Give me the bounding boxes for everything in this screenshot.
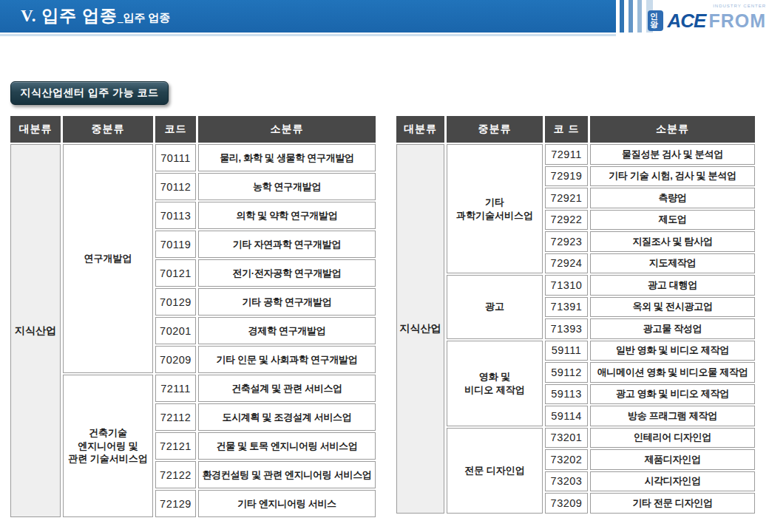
code-table-right: 대분류중분류코 드소분류지식산업기타 과학기술서비스업72911물질성분 검사 … (394, 115, 757, 515)
code-cell: 72129 (155, 490, 196, 517)
code-cell: 70201 (155, 317, 196, 344)
column-header: 중분류 (63, 116, 153, 143)
page-title: V. 입주 업종_입주 업종 (0, 0, 616, 34)
industry-name-cell: 인테리어 디자인업 (590, 428, 755, 449)
column-header: 대분류 (10, 116, 61, 143)
industry-name-cell: 의학 및 약학 연구개발업 (198, 202, 376, 229)
industry-name-cell: 일반 영화 및 비디오 제작업 (590, 341, 755, 361)
industry-name-cell: 기타 전문 디자인업 (590, 493, 755, 514)
mid-category-cell: 영화 및 비디오 제작업 (447, 341, 543, 426)
mid-category-cell: 연구개발업 (63, 144, 153, 373)
column-header: 소분류 (198, 116, 376, 143)
code-cell: 73209 (545, 493, 588, 514)
section-label: 지식산업센터 입주 가능 코드 (10, 81, 169, 105)
code-cell: 59113 (545, 384, 588, 405)
code-cell: 72924 (545, 253, 588, 274)
code-cell: 59111 (545, 341, 588, 361)
table-row: 광고71310광고 대행업 (396, 275, 755, 296)
mid-category-cell: 광고 (447, 275, 543, 339)
industry-name-cell: 물리, 화학 및 생물학 연구개발업 (198, 144, 376, 171)
industry-name-cell: 애니메이션 영화 및 비디오물 제작업 (590, 362, 755, 383)
code-table-left: 대분류중분류코드소분류지식산업연구개발업70111물리, 화학 및 생물학 연구… (8, 115, 378, 519)
page-title-main: V. 입주 업종 (21, 7, 118, 25)
mid-category-cell: 기타 과학기술서비스업 (447, 144, 543, 273)
column-header: 대분류 (396, 116, 444, 143)
code-cell: 70209 (155, 346, 196, 373)
table-header-row: 대분류중분류코드소분류 (10, 116, 376, 143)
code-cell: 72121 (155, 432, 196, 460)
code-cell: 72112 (155, 403, 196, 431)
industry-name-cell: 방송 프래그램 제작업 (590, 406, 755, 426)
table-row: 영화 및 비디오 제작업59111일반 영화 및 비디오 제작업 (396, 341, 755, 361)
table-row: 전문 디자인업73201인테리어 디자인업 (396, 428, 755, 449)
header-underline (0, 34, 616, 36)
table-row: 지식산업기타 과학기술서비스업72911물질성분 검사 및 분석업 (396, 144, 755, 165)
mid-category-cell: 전문 디자인업 (447, 428, 543, 514)
code-cell: 59114 (545, 406, 588, 426)
industry-name-cell: 옥외 및 전시광고업 (590, 297, 755, 318)
industry-name-cell: 도시계획 및 조경설계 서비스업 (198, 403, 376, 431)
industry-name-cell: 광고 대행업 (590, 275, 755, 296)
industry-name-cell: 기타 엔지니어링 서비스 (198, 490, 376, 517)
industry-name-cell: 기타 공학 연구개발업 (198, 288, 376, 316)
code-cell: 70112 (155, 173, 196, 200)
right-table-container: 대분류중분류코 드소분류지식산업기타 과학기술서비스업72911물질성분 검사 … (394, 115, 757, 519)
industry-name-cell: 건물 및 토목 엔지니어링 서비스업 (198, 432, 376, 460)
logo-badge: 인왕 (648, 10, 663, 31)
logo-brand-from: FROM (708, 12, 766, 30)
code-cell: 70129 (155, 288, 196, 316)
industry-name-cell: 지질조사 및 탐사업 (590, 231, 755, 252)
table-header-row: 대분류중분류코 드소분류 (396, 116, 755, 143)
column-header: 코드 (155, 116, 196, 143)
stripe-decoration (629, 0, 633, 33)
stripe-decoration (637, 0, 642, 33)
code-cell: 72111 (155, 375, 196, 402)
column-header: 중분류 (447, 116, 543, 143)
code-cell: 70113 (155, 202, 196, 229)
major-category-cell: 지식산업 (10, 144, 61, 517)
logo-tagline: INDUSTRY CENTER (713, 4, 766, 8)
industry-name-cell: 지도제작업 (590, 253, 755, 274)
column-header: 소분류 (590, 116, 755, 143)
industry-name-cell: 제품디자인업 (590, 449, 755, 470)
industry-name-cell: 환경컨설팅 및 관련 엔지니어링 서비스업 (198, 461, 376, 488)
code-cell: 73203 (545, 471, 588, 492)
company-logo: INDUSTRY CENTER 인왕 ACE FROM (648, 9, 766, 33)
code-cell: 70119 (155, 231, 196, 258)
table-row: 지식산업연구개발업70111물리, 화학 및 생물학 연구개발업 (10, 144, 376, 171)
industry-name-cell: 기타 기술 시험, 검사 및 분석업 (590, 166, 755, 187)
industry-name-cell: 제도업 (590, 210, 755, 231)
code-cell: 71393 (545, 318, 588, 339)
industry-name-cell: 측량업 (590, 188, 755, 208)
column-header: 코 드 (545, 116, 588, 143)
mid-category-cell: 건축기술 엔지니어링 및 관련 기술서비스업 (63, 375, 153, 517)
code-cell: 70111 (155, 144, 196, 171)
code-cell: 59112 (545, 362, 588, 383)
industry-name-cell: 광고 영화 및 비디오 제작업 (590, 384, 755, 405)
slide: V. 입주 업종_입주 업종 INDUSTRY CENTER 인왕 ACE FR… (0, 0, 769, 532)
industry-name-cell: 시각디자인업 (590, 471, 755, 492)
table-row: 건축기술 엔지니어링 및 관련 기술서비스업72111건축설계 및 관련 서비스… (10, 375, 376, 402)
code-cell: 72922 (545, 210, 588, 231)
industry-name-cell: 물질성분 검사 및 분석업 (590, 144, 755, 165)
left-table-container: 대분류중분류코드소분류지식산업연구개발업70111물리, 화학 및 생물학 연구… (8, 115, 378, 519)
industry-name-cell: 광고물 작성업 (590, 318, 755, 339)
logo-brand-ace: ACE (667, 11, 705, 30)
page-title-sub: _입주 업종 (118, 12, 170, 24)
header-bar: V. 입주 업종_입주 업종 (0, 0, 616, 33)
code-cell: 72921 (545, 188, 588, 208)
code-cell: 73202 (545, 449, 588, 470)
code-cell: 73201 (545, 428, 588, 449)
industry-name-cell: 기타 자연과학 연구개발업 (198, 231, 376, 258)
code-cell: 72923 (545, 231, 588, 252)
code-cell: 71391 (545, 297, 588, 318)
major-category-cell: 지식산업 (396, 144, 444, 514)
industry-name-cell: 전기·전자공학 연구개발업 (198, 259, 376, 287)
code-cell: 71310 (545, 275, 588, 296)
code-cell: 72122 (155, 461, 196, 488)
industry-name-cell: 기타 인문 및 사회과학 연구개발업 (198, 346, 376, 373)
industry-name-cell: 농학 연구개발업 (198, 173, 376, 200)
industry-name-cell: 경제학 연구개발업 (198, 317, 376, 344)
code-tables-area: 대분류중분류코드소분류지식산업연구개발업70111물리, 화학 및 생물학 연구… (8, 115, 757, 519)
code-cell: 72911 (545, 144, 588, 165)
